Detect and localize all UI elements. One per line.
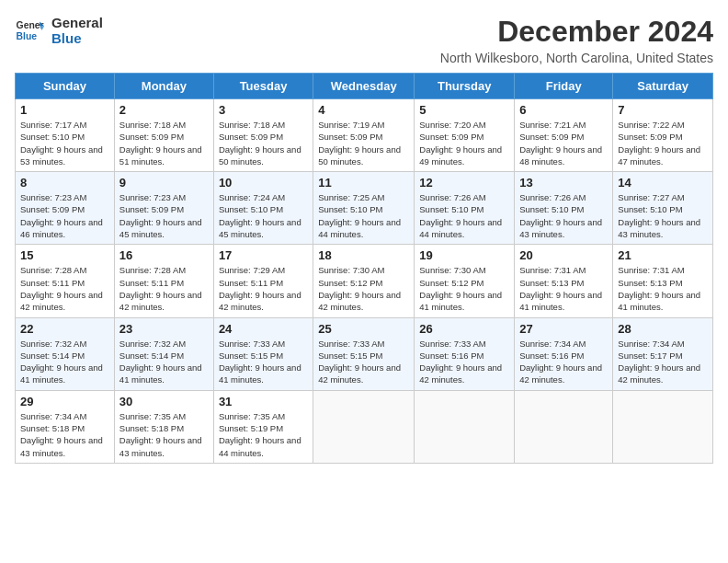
day-number: 17 <box>219 248 308 262</box>
day-cell: 10 Sunrise: 7:24 AM Sunset: 5:10 PM Dayl… <box>213 172 313 245</box>
day-info: Sunrise: 7:35 AM Sunset: 5:18 PM Dayligh… <box>119 410 209 459</box>
day-cell: 18 Sunrise: 7:30 AM Sunset: 5:12 PM Dayl… <box>313 245 415 317</box>
day-number: 19 <box>419 248 509 262</box>
day-cell: 23 Sunrise: 7:32 AM Sunset: 5:14 PM Dayl… <box>114 317 213 390</box>
day-cell: 7 Sunrise: 7:22 AM Sunset: 5:09 PM Dayli… <box>613 99 713 172</box>
day-info: Sunrise: 7:34 AM Sunset: 5:17 PM Dayligh… <box>618 338 708 386</box>
day-number: 5 <box>419 103 509 117</box>
day-cell: 1 Sunrise: 7:17 AM Sunset: 5:10 PM Dayli… <box>16 99 115 172</box>
day-cell: 21 Sunrise: 7:31 AM Sunset: 5:13 PM Dayl… <box>613 245 713 317</box>
day-number: 28 <box>618 322 708 336</box>
day-info: Sunrise: 7:26 AM Sunset: 5:10 PM Dayligh… <box>419 191 509 240</box>
day-number: 9 <box>119 176 209 190</box>
day-cell: 9 Sunrise: 7:23 AM Sunset: 5:09 PM Dayli… <box>114 172 213 245</box>
day-cell: 14 Sunrise: 7:27 AM Sunset: 5:10 PM Dayl… <box>613 172 713 245</box>
day-cell: 22 Sunrise: 7:32 AM Sunset: 5:14 PM Dayl… <box>16 317 115 390</box>
day-cell: 17 Sunrise: 7:29 AM Sunset: 5:11 PM Dayl… <box>213 245 313 317</box>
page-header: General Blue General Blue December 2024 … <box>15 15 713 65</box>
day-number: 12 <box>419 176 509 190</box>
day-info: Sunrise: 7:19 AM Sunset: 5:09 PM Dayligh… <box>318 119 409 167</box>
day-number: 7 <box>618 103 708 117</box>
day-cell: 5 Sunrise: 7:20 AM Sunset: 5:09 PM Dayli… <box>415 99 515 172</box>
day-cell: 13 Sunrise: 7:26 AM Sunset: 5:10 PM Dayl… <box>515 172 613 245</box>
day-cell: 12 Sunrise: 7:26 AM Sunset: 5:10 PM Dayl… <box>415 172 515 245</box>
day-info: Sunrise: 7:35 AM Sunset: 5:19 PM Dayligh… <box>219 410 308 459</box>
logo-general: General <box>51 15 103 30</box>
day-info: Sunrise: 7:18 AM Sunset: 5:09 PM Dayligh… <box>119 119 209 167</box>
header-wednesday: Wednesday <box>313 74 415 99</box>
header-thursday: Thursday <box>415 74 515 99</box>
day-number: 25 <box>318 322 409 336</box>
day-cell: 20 Sunrise: 7:31 AM Sunset: 5:13 PM Dayl… <box>515 245 613 317</box>
day-cell: 6 Sunrise: 7:21 AM Sunset: 5:09 PM Dayli… <box>515 99 613 172</box>
day-cell <box>313 390 415 463</box>
day-number: 16 <box>119 248 209 262</box>
day-number: 24 <box>219 322 308 336</box>
day-cell: 15 Sunrise: 7:28 AM Sunset: 5:11 PM Dayl… <box>16 245 115 317</box>
day-number: 11 <box>318 176 409 190</box>
day-info: Sunrise: 7:23 AM Sunset: 5:09 PM Dayligh… <box>20 191 109 240</box>
day-info: Sunrise: 7:33 AM Sunset: 5:15 PM Dayligh… <box>219 338 308 386</box>
day-info: Sunrise: 7:34 AM Sunset: 5:16 PM Dayligh… <box>519 338 608 386</box>
day-info: Sunrise: 7:30 AM Sunset: 5:12 PM Dayligh… <box>419 264 509 313</box>
day-info: Sunrise: 7:27 AM Sunset: 5:10 PM Dayligh… <box>618 191 708 240</box>
day-cell: 16 Sunrise: 7:28 AM Sunset: 5:11 PM Dayl… <box>114 245 213 317</box>
day-info: Sunrise: 7:23 AM Sunset: 5:09 PM Dayligh… <box>119 191 209 240</box>
day-number: 3 <box>219 103 308 117</box>
day-info: Sunrise: 7:31 AM Sunset: 5:13 PM Dayligh… <box>519 264 608 313</box>
day-number: 27 <box>519 322 608 336</box>
day-number: 6 <box>519 103 608 117</box>
day-cell: 19 Sunrise: 7:30 AM Sunset: 5:12 PM Dayl… <box>415 245 515 317</box>
day-number: 4 <box>318 103 409 117</box>
logo-icon: General Blue <box>15 16 44 45</box>
day-cell: 24 Sunrise: 7:33 AM Sunset: 5:15 PM Dayl… <box>213 317 313 390</box>
day-number: 23 <box>119 322 209 336</box>
day-info: Sunrise: 7:21 AM Sunset: 5:09 PM Dayligh… <box>519 119 608 167</box>
logo-blue: Blue <box>51 30 103 46</box>
svg-text:Blue: Blue <box>17 31 38 41</box>
day-number: 26 <box>419 322 509 336</box>
day-cell: 30 Sunrise: 7:35 AM Sunset: 5:18 PM Dayl… <box>114 390 213 463</box>
day-number: 21 <box>618 248 708 262</box>
day-info: Sunrise: 7:28 AM Sunset: 5:11 PM Dayligh… <box>20 264 109 313</box>
day-info: Sunrise: 7:26 AM Sunset: 5:10 PM Dayligh… <box>519 191 608 240</box>
week-row-1: 1 Sunrise: 7:17 AM Sunset: 5:10 PM Dayli… <box>16 99 713 172</box>
calendar-table: SundayMondayTuesdayWednesdayThursdayFrid… <box>15 73 713 464</box>
day-info: Sunrise: 7:31 AM Sunset: 5:13 PM Dayligh… <box>618 264 708 313</box>
header-sunday: Sunday <box>16 74 115 99</box>
day-number: 2 <box>119 103 209 117</box>
month-title: December 2024 <box>440 15 713 49</box>
day-number: 29 <box>20 395 109 408</box>
day-info: Sunrise: 7:20 AM Sunset: 5:09 PM Dayligh… <box>419 119 509 167</box>
day-info: Sunrise: 7:28 AM Sunset: 5:11 PM Dayligh… <box>119 264 209 313</box>
day-number: 18 <box>318 248 409 262</box>
day-cell: 26 Sunrise: 7:33 AM Sunset: 5:16 PM Dayl… <box>415 317 515 390</box>
day-number: 22 <box>20 322 109 336</box>
days-header-row: SundayMondayTuesdayWednesdayThursdayFrid… <box>16 74 713 99</box>
day-info: Sunrise: 7:32 AM Sunset: 5:14 PM Dayligh… <box>20 338 109 386</box>
day-cell: 3 Sunrise: 7:18 AM Sunset: 5:09 PM Dayli… <box>213 99 313 172</box>
day-cell: 4 Sunrise: 7:19 AM Sunset: 5:09 PM Dayli… <box>313 99 415 172</box>
day-info: Sunrise: 7:32 AM Sunset: 5:14 PM Dayligh… <box>119 338 209 386</box>
day-number: 10 <box>219 176 308 190</box>
day-number: 20 <box>519 248 608 262</box>
day-number: 30 <box>119 395 209 408</box>
day-cell <box>415 390 515 463</box>
day-info: Sunrise: 7:33 AM Sunset: 5:15 PM Dayligh… <box>318 338 409 386</box>
day-number: 31 <box>219 395 308 408</box>
day-cell: 29 Sunrise: 7:34 AM Sunset: 5:18 PM Dayl… <box>16 390 115 463</box>
week-row-5: 29 Sunrise: 7:34 AM Sunset: 5:18 PM Dayl… <box>16 390 713 463</box>
header-saturday: Saturday <box>613 74 713 99</box>
day-info: Sunrise: 7:25 AM Sunset: 5:10 PM Dayligh… <box>318 191 409 240</box>
day-cell: 27 Sunrise: 7:34 AM Sunset: 5:16 PM Dayl… <box>515 317 613 390</box>
day-info: Sunrise: 7:18 AM Sunset: 5:09 PM Dayligh… <box>219 119 308 167</box>
day-info: Sunrise: 7:22 AM Sunset: 5:09 PM Dayligh… <box>618 119 708 167</box>
day-number: 15 <box>20 248 109 262</box>
header-friday: Friday <box>515 74 613 99</box>
day-cell: 31 Sunrise: 7:35 AM Sunset: 5:19 PM Dayl… <box>213 390 313 463</box>
day-info: Sunrise: 7:30 AM Sunset: 5:12 PM Dayligh… <box>318 264 409 313</box>
day-info: Sunrise: 7:24 AM Sunset: 5:10 PM Dayligh… <box>219 191 308 240</box>
day-number: 8 <box>20 176 109 190</box>
header-tuesday: Tuesday <box>213 74 313 99</box>
header-monday: Monday <box>114 74 213 99</box>
